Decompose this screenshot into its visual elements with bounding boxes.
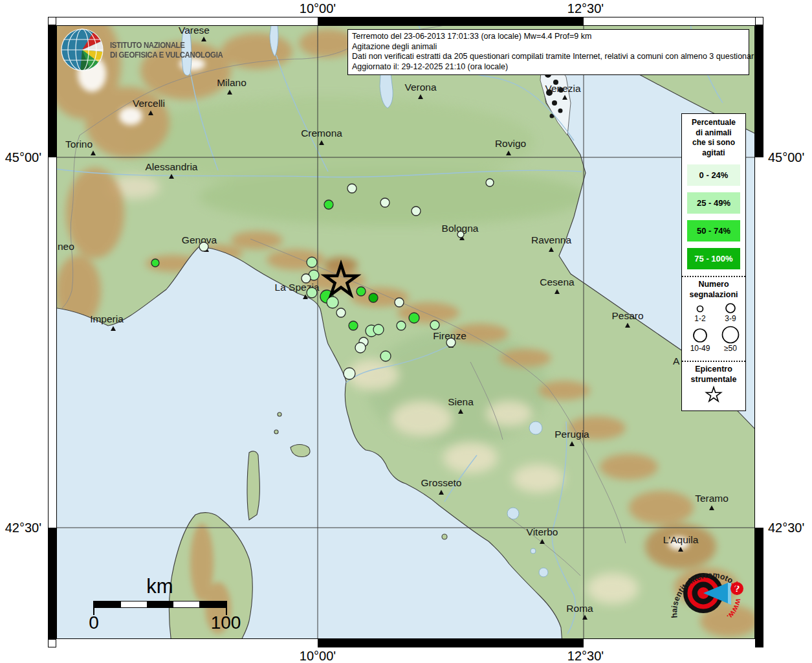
scale-start: 0 <box>89 612 99 633</box>
city-label: Siena <box>448 396 474 407</box>
city-label: Vercelli <box>133 98 165 109</box>
report-point <box>151 259 159 267</box>
axis-label-left-42: 42°30' <box>5 521 41 535</box>
report-point <box>409 313 419 323</box>
axis-label-left-45: 45°00' <box>5 150 41 165</box>
report-point <box>199 242 208 251</box>
frame-corner <box>48 17 56 25</box>
report-point <box>327 297 338 308</box>
scale-segment <box>121 601 148 607</box>
map-page: 10°00' 12°30' 10°00' 12°30' 45°00' 42°30… <box>0 0 812 663</box>
title-box: Terremoto del 23-06-2013 17:01:33 (ora l… <box>347 29 749 75</box>
signal-size-label: 3-9 <box>725 314 736 323</box>
report-point <box>355 343 366 353</box>
scale-segment <box>147 601 173 607</box>
ingv-name-line2: DI GEOFISICA E VULCANOLOGIA <box>110 50 223 60</box>
city-label: Verona <box>404 82 437 93</box>
city-label: Ravenna <box>531 234 571 245</box>
report-point <box>349 321 358 330</box>
ingv-globe-icon <box>61 27 105 73</box>
report-point <box>486 179 494 186</box>
signal-size-circle <box>697 306 703 312</box>
legend-signal-circles: 1-23-910-49≥50 <box>683 300 745 354</box>
report-point <box>344 368 355 379</box>
city-label: Grosseto <box>421 477 462 488</box>
ingv-logo: ISTITUTO NAZIONALE DI GEOFISICA E VULCAN… <box>61 27 238 73</box>
axis-label-bottom-right: 12°30' <box>567 649 604 663</box>
scale-end: 100 <box>211 612 241 633</box>
haisentitoilterremoto-logo: ? haisentitoilterremoto.it www. <box>661 543 760 647</box>
axis-label-top-left: 10°00' <box>300 1 336 16</box>
report-point <box>336 308 346 317</box>
frame-segment <box>318 17 584 25</box>
signal-size-circle <box>694 329 707 342</box>
report-point <box>430 320 439 330</box>
city-label: neo <box>58 241 74 252</box>
frame-corner <box>755 17 763 25</box>
scale-segment <box>94 601 121 607</box>
legend-band: 75 - 100% <box>687 248 740 269</box>
report-point <box>373 324 384 335</box>
city-label: Genova <box>182 234 217 245</box>
city-label: Perugia <box>554 429 589 440</box>
axis-label-top-right: 12°30' <box>567 1 604 16</box>
city-label: Imperia <box>90 313 124 324</box>
city-label: Viterbo <box>527 526 558 537</box>
report-point <box>307 257 317 267</box>
report-point <box>357 287 366 296</box>
legend-bands: 0 - 24%25 - 49%50 - 74%75 - 100% <box>682 164 745 269</box>
scale-segment <box>199 601 226 607</box>
city-label: Cesena <box>540 276 575 287</box>
report-point <box>380 198 390 207</box>
legend-band: 0 - 24% <box>687 164 740 186</box>
report-point <box>324 200 333 209</box>
scale-unit: km <box>146 575 173 598</box>
title-line-3: Dati non verificati estratti da 205 ques… <box>352 52 745 62</box>
frame-segment <box>56 17 318 25</box>
city-label: Teramo <box>695 493 729 504</box>
frame-segment <box>48 25 56 157</box>
frame-segment <box>318 639 584 647</box>
signal-size-circle <box>722 327 738 343</box>
axis-label-right-42: 42°30' <box>768 521 804 535</box>
scale-bar-track <box>94 601 226 608</box>
frame-segment <box>756 157 763 528</box>
legend-divider <box>682 276 745 277</box>
signal-size-circle <box>726 304 735 313</box>
report-point <box>457 231 464 238</box>
frame-corner <box>48 639 56 647</box>
frame-segment <box>755 25 763 157</box>
legend-star-icon <box>706 387 721 401</box>
city-label: Venezia <box>545 83 581 94</box>
signal-size-label: ≥50 <box>724 344 737 353</box>
report-point <box>369 293 378 302</box>
city-label: Milano <box>217 77 247 88</box>
map-canvas: VareseMilanoVercelliTorinoCremonaVeronaV… <box>56 25 755 639</box>
report-point <box>307 287 317 298</box>
ingv-name: ISTITUTO NAZIONALE DI GEOFISICA E VULCAN… <box>110 40 223 60</box>
legend-band: 50 - 74% <box>687 220 740 242</box>
ingv-name-line1: ISTITUTO NAZIONALE <box>110 40 223 50</box>
report-point <box>347 184 357 193</box>
report-point <box>302 274 311 283</box>
legend-band: 25 - 49% <box>687 192 740 214</box>
report-point <box>397 321 406 330</box>
title-line-1: Terremoto del 23-06-2013 17:01:33 (ora l… <box>352 32 745 42</box>
city-label: Pesaro <box>611 310 643 321</box>
legend-signals-title: Numerosegnalazioni <box>682 279 745 300</box>
legend-title: Percentualedi animaliche si sonoagitati <box>682 114 745 158</box>
city-label: Roma <box>566 603 593 614</box>
city-label: A <box>673 355 680 366</box>
frame-segment <box>48 528 56 639</box>
legend-panel: Percentualedi animaliche si sonoagitati … <box>681 113 746 411</box>
report-point <box>395 298 404 307</box>
city-label: Rovigo <box>495 138 526 149</box>
legend-epicenter-title: Epicentrostrumentale <box>682 364 745 385</box>
city-label: Cremona <box>301 128 342 139</box>
report-point <box>446 338 455 347</box>
city-label: Alessandria <box>146 161 198 172</box>
city-label: Torino <box>65 139 93 150</box>
title-line-4: Aggiornato il: 29-12-2025 21:10 (ora loc… <box>352 62 745 73</box>
signal-size-label: 10-49 <box>690 344 710 353</box>
axis-label-bottom-left: 10°00' <box>300 649 336 663</box>
